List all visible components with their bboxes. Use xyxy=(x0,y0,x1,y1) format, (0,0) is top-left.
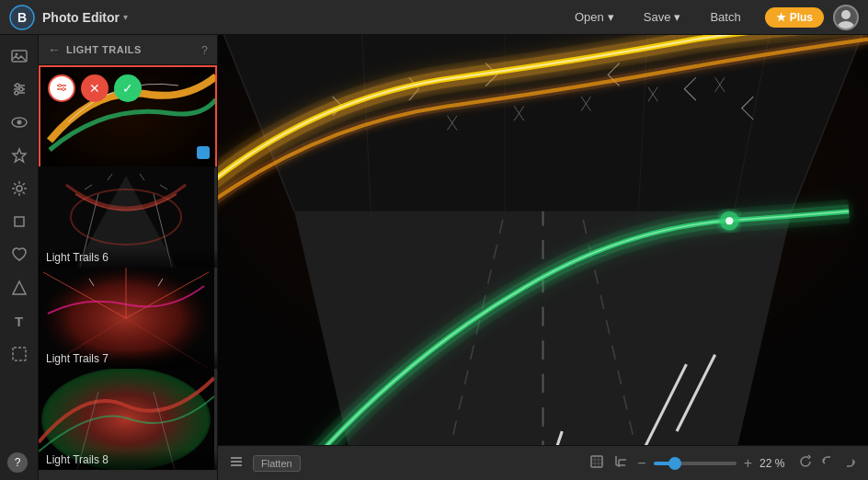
filter-item-7[interactable]: Light Trails 7 xyxy=(39,268,217,369)
fit-to-screen-button[interactable] xyxy=(589,454,604,473)
icon-sidebar: T xyxy=(0,35,39,480)
app-name-chevron[interactable]: ▾ xyxy=(123,12,128,22)
undo-button[interactable] xyxy=(820,454,835,472)
svg-rect-16 xyxy=(15,217,24,226)
zoom-in-button[interactable]: + xyxy=(744,455,752,472)
app-name: Photo Editor xyxy=(42,10,120,25)
svg-point-62 xyxy=(725,217,733,224)
filter-list: ✕ ✓ xyxy=(39,65,217,480)
help-button[interactable]: ? xyxy=(7,452,28,473)
save-button[interactable]: Save ▾ xyxy=(638,6,687,28)
sidebar-item-image[interactable] xyxy=(6,42,33,70)
panel-title: LIGHT TRAILS xyxy=(66,44,196,55)
filter-label-8: Light Trails 8 xyxy=(39,450,217,470)
plus-button[interactable]: ★ Plus xyxy=(765,7,824,28)
filter-label-6: Light Trails 6 xyxy=(39,247,217,268)
filter-item-active[interactable]: ✕ ✓ xyxy=(39,65,217,166)
filter-item-6[interactable]: Light Trails 6 xyxy=(39,166,217,268)
crop-button[interactable] xyxy=(613,454,628,473)
bottom-right-buttons xyxy=(798,454,857,472)
svg-point-22 xyxy=(59,85,62,87)
panel-help-button[interactable]: ? xyxy=(201,43,208,57)
redo-button[interactable] xyxy=(842,454,857,472)
zoom-controls: − + 22 % xyxy=(637,455,789,472)
svg-rect-75 xyxy=(231,457,242,459)
sidebar-item-effects[interactable] xyxy=(6,175,33,202)
topbar-right: ★ Plus xyxy=(765,5,859,30)
main-area: T ← LIGHT TRAILS ? xyxy=(0,35,868,480)
sidebar-item-view[interactable] xyxy=(6,109,33,136)
filter-confirm-button[interactable]: ✓ xyxy=(114,74,142,102)
filter-panel: ← LIGHT TRAILS ? xyxy=(39,35,218,480)
svg-point-15 xyxy=(17,186,22,191)
sidebar-item-favorites[interactable] xyxy=(6,142,33,169)
sidebar-item-text[interactable]: T xyxy=(6,307,33,335)
avatar[interactable] xyxy=(833,5,859,30)
svg-point-11 xyxy=(15,91,18,95)
filter-controls: ✕ ✓ xyxy=(48,74,142,102)
panel-back-button[interactable]: ← xyxy=(48,42,61,57)
main-canvas-svg xyxy=(218,35,868,445)
panel-header: ← LIGHT TRAILS ? xyxy=(39,35,217,65)
svg-marker-14 xyxy=(13,149,26,162)
canvas-image[interactable] xyxy=(218,35,868,445)
layers-button[interactable] xyxy=(229,456,244,471)
svg-rect-76 xyxy=(591,456,602,467)
filter-cancel-button[interactable]: ✕ xyxy=(81,74,108,102)
svg-marker-17 xyxy=(13,281,26,294)
filter-drag-handle[interactable] xyxy=(197,146,210,159)
zoom-out-button[interactable]: − xyxy=(637,455,645,472)
filter-item-8[interactable]: Light Trails 8 xyxy=(39,369,217,470)
canvas-bottom: Flatten − + 22 % xyxy=(218,445,868,480)
canvas-area: Flatten − + 22 % xyxy=(218,35,868,480)
sidebar-item-adjustments[interactable] xyxy=(6,75,33,103)
filter-label-7: Light Trails 7 xyxy=(39,349,217,369)
svg-text:B: B xyxy=(17,10,27,25)
sidebar-item-heart[interactable] xyxy=(6,241,33,269)
svg-rect-18 xyxy=(13,348,26,360)
svg-point-3 xyxy=(838,21,854,29)
sidebar-item-crop[interactable] xyxy=(6,208,33,235)
filter-adjust-button[interactable] xyxy=(48,74,75,102)
topbar: B Photo Editor ▾ Open ▾ Save ▾ Batch ★ P… xyxy=(0,0,868,35)
svg-point-13 xyxy=(17,120,21,125)
svg-point-2 xyxy=(841,10,851,19)
sidebar-item-shape[interactable] xyxy=(6,274,33,302)
zoom-slider[interactable] xyxy=(654,462,737,465)
open-button[interactable]: Open ▾ xyxy=(569,6,620,28)
svg-rect-73 xyxy=(231,461,242,463)
topbar-center: Open ▾ Save ▾ Batch xyxy=(569,6,747,28)
svg-rect-74 xyxy=(231,464,242,466)
flatten-button[interactable]: Flatten xyxy=(253,455,301,472)
star-icon: ★ xyxy=(776,11,786,24)
batch-button[interactable]: Batch xyxy=(704,6,746,28)
svg-point-23 xyxy=(63,88,65,91)
rotate-button[interactable] xyxy=(798,454,813,472)
sidebar-item-texture[interactable] xyxy=(6,340,33,368)
zoom-value: 22 % xyxy=(760,457,789,470)
svg-point-9 xyxy=(16,84,19,87)
app-logo[interactable]: B xyxy=(9,5,35,30)
svg-point-10 xyxy=(19,87,23,91)
